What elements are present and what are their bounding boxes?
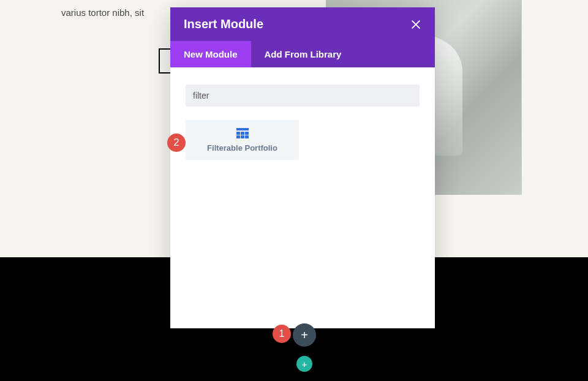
add-row-button[interactable]: + — [293, 323, 316, 347]
tab-add-from-library[interactable]: Add From Library — [251, 41, 355, 67]
svg-rect-6 — [245, 135, 249, 138]
annotation-2: 2 — [167, 134, 186, 152]
plus-icon: + — [302, 359, 307, 369]
svg-rect-4 — [236, 135, 240, 138]
modal-header: Insert Module — [170, 7, 435, 41]
body-copy-fragment: varius tortor nibh, sit — [61, 7, 144, 18]
grid-icon — [236, 128, 249, 139]
svg-rect-3 — [245, 132, 249, 135]
svg-rect-2 — [241, 132, 244, 135]
module-results: Filterable Portfolio — [186, 120, 420, 160]
annotation-1: 1 — [273, 325, 291, 343]
svg-rect-1 — [236, 132, 240, 135]
module-label: Filterable Portfolio — [207, 143, 277, 153]
svg-rect-5 — [241, 135, 244, 138]
module-filterable-portfolio[interactable]: Filterable Portfolio — [186, 120, 299, 160]
plus-icon: + — [301, 328, 308, 342]
svg-rect-0 — [236, 128, 249, 130]
search-input[interactable] — [186, 85, 420, 107]
modal-title: Insert Module — [184, 17, 263, 31]
tab-new-module[interactable]: New Module — [170, 41, 251, 67]
close-icon[interactable] — [410, 19, 421, 30]
add-section-button[interactable]: + — [296, 356, 312, 372]
insert-module-modal: Insert Module New Module Add From Librar… — [170, 7, 435, 328]
modal-tabs: New Module Add From Library — [170, 41, 435, 67]
modal-body: Filterable Portfolio — [170, 67, 435, 328]
